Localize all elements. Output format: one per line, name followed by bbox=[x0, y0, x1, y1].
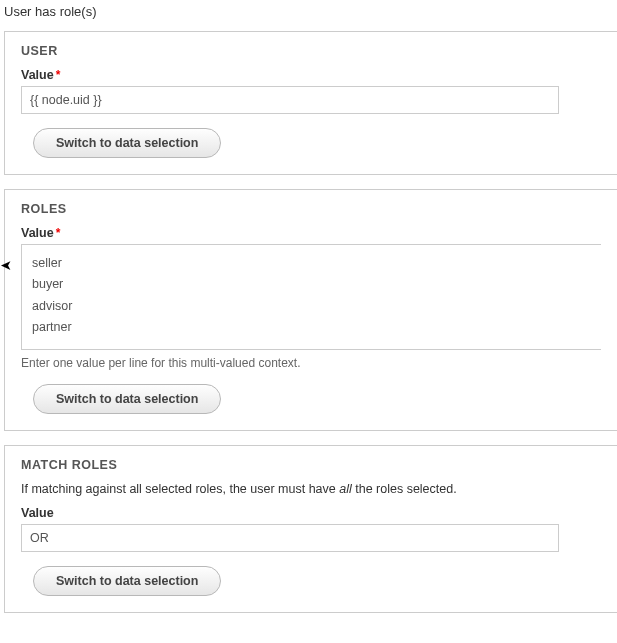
roles-fieldset: ROLES Value* Enter one value per line fo… bbox=[4, 189, 617, 431]
roles-section-title: ROLES bbox=[21, 202, 601, 216]
user-value-input[interactable] bbox=[21, 86, 559, 114]
page-title: User has role(s) bbox=[0, 4, 617, 31]
user-value-label: Value bbox=[21, 68, 54, 82]
match-value-input[interactable] bbox=[21, 524, 559, 552]
user-switch-button[interactable]: Switch to data selection bbox=[33, 128, 221, 158]
match-description: If matching against all selected roles, … bbox=[21, 482, 601, 496]
required-marker: * bbox=[56, 226, 61, 240]
match-value-label: Value bbox=[21, 506, 54, 520]
roles-help-text: Enter one value per line for this multi-… bbox=[21, 356, 601, 370]
user-fieldset: USER Value* Switch to data selection bbox=[4, 31, 617, 175]
match-section-title: MATCH ROLES bbox=[21, 458, 601, 472]
user-section-title: USER bbox=[21, 44, 601, 58]
roles-value-label: Value bbox=[21, 226, 54, 240]
roles-switch-button[interactable]: Switch to data selection bbox=[33, 384, 221, 414]
required-marker: * bbox=[56, 68, 61, 82]
roles-value-textarea[interactable] bbox=[21, 244, 601, 350]
match-roles-fieldset: MATCH ROLES If matching against all sele… bbox=[4, 445, 617, 613]
match-switch-button[interactable]: Switch to data selection bbox=[33, 566, 221, 596]
